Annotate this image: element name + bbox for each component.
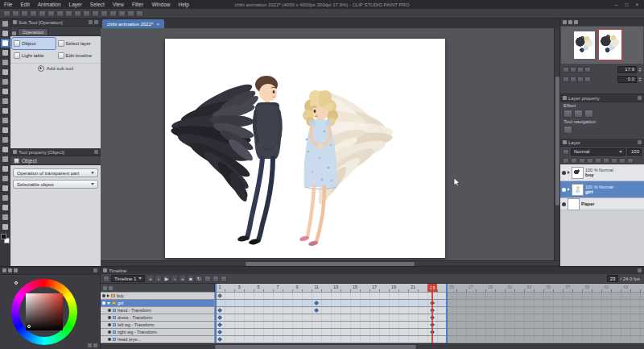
zoom-out-icon[interactable] <box>563 67 569 73</box>
track-frames[interactable] <box>215 336 644 343</box>
lock-layer-icon[interactable] <box>603 158 609 164</box>
undo-icon[interactable] <box>30 10 37 17</box>
track-frames[interactable] <box>215 293 644 299</box>
ruler-frame-37[interactable]: 37 <box>563 285 572 289</box>
ruler-frame-11[interactable]: 11 <box>312 285 321 289</box>
new-file-icon[interactable] <box>3 10 10 17</box>
subview-tab-icon[interactable] <box>568 20 572 24</box>
next-frame-button[interactable]: › <box>171 275 178 282</box>
layer-move-tool-icon[interactable] <box>1 48 10 57</box>
subtool-item-edit-timeline[interactable]: Edit timeline <box>56 50 100 61</box>
snap-special-icon[interactable] <box>92 10 99 17</box>
delete-icon[interactable] <box>47 10 55 17</box>
track-frames[interactable] <box>215 314 644 321</box>
menu-filter[interactable]: Filter <box>128 0 147 9</box>
layer-opacity-value[interactable]: 100 <box>627 148 642 156</box>
move-tool-icon[interactable] <box>1 29 10 38</box>
fill-tool-icon[interactable] <box>1 155 10 164</box>
ruler-frame-17[interactable]: 17 <box>369 285 379 289</box>
onion-skin-icon[interactable] <box>204 276 211 282</box>
figure-tool-icon[interactable] <box>1 174 10 183</box>
keyframe-diamond[interactable] <box>217 308 222 313</box>
rotate-right-icon[interactable] <box>109 10 117 17</box>
color-set-tab-icon[interactable] <box>14 268 18 272</box>
text-tool-icon[interactable] <box>1 203 10 212</box>
track-frames[interactable] <box>215 307 644 314</box>
correction-tool-icon[interactable] <box>1 222 10 231</box>
visibility-icon[interactable] <box>108 330 111 334</box>
color-swatches[interactable] <box>1 234 10 243</box>
track-options-icon[interactable] <box>109 286 113 290</box>
track-label[interactable]: girl <box>101 300 215 306</box>
new-timeline-icon[interactable] <box>103 276 109 282</box>
subtool-group-tab-operation[interactable]: Operation <box>18 28 48 35</box>
ruler-frame-39[interactable]: 39 <box>582 285 592 289</box>
visibility-icon[interactable] <box>108 309 111 312</box>
gradient-tool-icon[interactable] <box>1 164 10 173</box>
grid-icon[interactable] <box>65 10 72 17</box>
canvas-horizontal-scrollbar[interactable] <box>101 260 559 266</box>
lock-transparent-icon[interactable] <box>611 158 617 164</box>
ruler-frame-5[interactable]: 5 <box>254 285 263 289</box>
subtool-item-select-layer[interactable]: Select layer <box>56 38 100 49</box>
ruler-frame-33[interactable]: 33 <box>524 285 534 289</box>
hue-cursor-icon[interactable] <box>14 281 18 285</box>
pen-tool-icon[interactable] <box>1 87 10 96</box>
panel-menu-icon[interactable] <box>103 268 107 272</box>
fill-toggle-icon[interactable] <box>56 10 64 17</box>
document-tab[interactable]: chibi animation 2022* × <box>102 19 164 28</box>
zoom-value[interactable]: 17.9 <box>617 66 637 73</box>
track-label[interactable]: dress - Transform <box>101 314 215 321</box>
flip-canvas-icon[interactable] <box>118 10 126 17</box>
open-file-icon[interactable] <box>12 10 19 17</box>
navigator-view-frame[interactable] <box>598 29 622 60</box>
color-slider-tab-icon[interactable] <box>8 268 12 272</box>
snap-grid-icon[interactable] <box>83 10 90 17</box>
navigator-tab-icon[interactable] <box>563 20 567 24</box>
ruler-frame-15[interactable]: 15 <box>350 285 360 289</box>
add-keyframe-icon[interactable] <box>221 276 227 282</box>
layer-row-boy[interactable]: 100 % Normalboy <box>560 164 644 181</box>
new-layer-icon[interactable] <box>563 158 569 164</box>
ruler-frame-3[interactable]: 3 <box>234 285 244 289</box>
keyframe-diamond[interactable] <box>217 322 222 327</box>
scrollbar-thumb[interactable] <box>215 345 416 349</box>
go-to-start-button[interactable]: « <box>147 275 154 282</box>
ruler-frame-35[interactable]: 35 <box>543 285 553 289</box>
rotate-left-icon[interactable] <box>563 77 569 82</box>
visibility-icon[interactable] <box>562 202 566 206</box>
current-frame-value[interactable]: 23 <box>607 275 619 282</box>
save-icon[interactable] <box>21 10 28 17</box>
maximize-button[interactable]: □ <box>621 2 632 7</box>
visibility-icon[interactable] <box>108 338 111 341</box>
panel-collapse-icon[interactable] <box>638 140 642 144</box>
ruler-frame-43[interactable]: 43 <box>621 285 630 289</box>
keyframe-diamond[interactable] <box>217 315 222 320</box>
prev-frame-button[interactable]: ‹ <box>155 275 162 282</box>
visibility-icon[interactable] <box>108 316 111 319</box>
balloon-tool-icon[interactable] <box>1 213 10 222</box>
merge-down-icon[interactable] <box>587 158 593 164</box>
foreground-color-swatch[interactable] <box>1 234 6 239</box>
track-filter-icon[interactable] <box>103 286 107 290</box>
rotation-spinner[interactable] <box>638 76 642 83</box>
timeline-scrollbar[interactable] <box>101 343 644 349</box>
panel-collapse-icon[interactable] <box>94 150 98 154</box>
pencil-tool-icon[interactable] <box>1 97 10 106</box>
eraser-tool-icon[interactable] <box>1 135 10 144</box>
panel-collapse-icon[interactable] <box>89 20 93 24</box>
ruler-tool-icon[interactable] <box>1 193 10 202</box>
loop-button[interactable]: ↻ <box>195 275 202 282</box>
ruler-frame-19[interactable]: 19 <box>389 285 398 289</box>
blend-mode-select[interactable]: Normal <box>571 148 625 156</box>
panel-menu-icon[interactable] <box>93 268 97 272</box>
rotate-left-icon[interactable] <box>101 10 108 17</box>
drawing-canvas[interactable] <box>165 39 445 258</box>
track-label[interactable]: hand - Transform <box>101 307 215 314</box>
menu-window[interactable]: Window <box>147 0 174 9</box>
subtool-item-object[interactable]: Object <box>12 38 56 49</box>
airbrush-tool-icon[interactable] <box>1 116 10 125</box>
redo-icon[interactable] <box>39 10 46 17</box>
menu-view[interactable]: View <box>109 0 128 9</box>
actual-size-icon[interactable] <box>584 67 591 73</box>
